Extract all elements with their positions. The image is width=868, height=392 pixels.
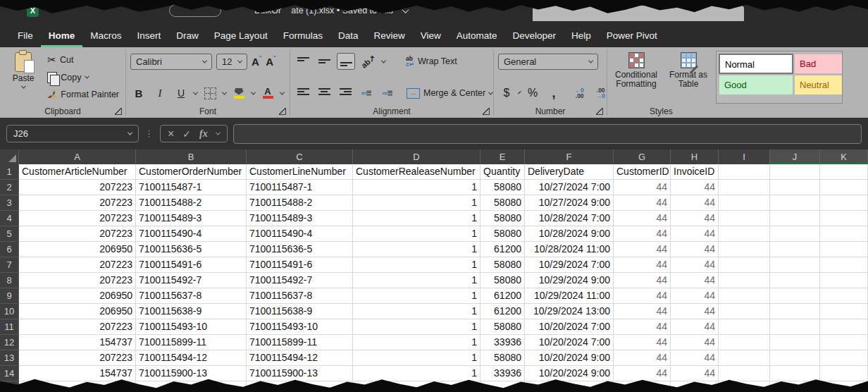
number-format-select[interactable]: General: [498, 54, 598, 70]
cell-A3[interactable]: 207223: [19, 195, 136, 211]
cell-G15[interactable]: [614, 381, 671, 392]
cell-F3[interactable]: 10/27/2024 9:00: [525, 195, 614, 211]
cell-F9[interactable]: 10/29/2024 11:00: [525, 288, 614, 304]
cell-F4[interactable]: 10/28/2024 7:00: [525, 211, 614, 226]
cell-B2[interactable]: 7100115487-1: [136, 180, 247, 195]
cell-I7[interactable]: [719, 257, 770, 273]
cell-I9[interactable]: [719, 288, 770, 304]
cell-C1[interactable]: CustomerLineNumber: [247, 164, 353, 180]
cell-F10[interactable]: 10/29/2024 13:00: [525, 304, 614, 319]
row-header-11[interactable]: 11: [0, 319, 19, 335]
cell-G2[interactable]: 44: [614, 180, 671, 195]
cut-button[interactable]: ✂ Cut: [45, 52, 121, 68]
fx-chevron-icon[interactable]: [216, 130, 221, 135]
cell-J3[interactable]: [770, 195, 820, 211]
cell-E2[interactable]: 58080: [480, 180, 525, 195]
cell-D14[interactable]: 1: [353, 366, 480, 381]
cell-A10[interactable]: 206950: [19, 304, 136, 319]
row-header-4[interactable]: 4: [0, 211, 19, 226]
tab-automate[interactable]: Automate: [449, 28, 505, 47]
cell-J12[interactable]: [770, 335, 820, 350]
cell-I5[interactable]: [719, 226, 770, 242]
format-as-table-button[interactable]: Format as Table: [666, 51, 710, 104]
row-header-3[interactable]: 3: [0, 195, 19, 211]
cell-J1[interactable]: [770, 164, 820, 180]
row-header-13[interactable]: 13: [0, 350, 19, 366]
cell-D7[interactable]: 1: [353, 257, 480, 273]
increase-font-size-button[interactable]: Aˆ: [252, 55, 261, 68]
cell-G1[interactable]: CustomerID: [614, 164, 671, 180]
cell-A12[interactable]: 154737: [19, 335, 136, 350]
cell-H7[interactable]: 44: [671, 257, 719, 273]
cell-K3[interactable]: [820, 195, 868, 211]
cell-K15[interactable]: [820, 381, 868, 392]
row-header-8[interactable]: 8: [0, 273, 19, 288]
cell-E10[interactable]: 61200: [480, 304, 525, 319]
align-right-button[interactable]: [337, 85, 354, 101]
column-header-I[interactable]: I: [719, 149, 770, 164]
cell-I15[interactable]: [719, 381, 770, 392]
cell-B10[interactable]: 7100115638-9: [136, 304, 247, 319]
cell-K12[interactable]: [820, 335, 868, 350]
borders-button[interactable]: [202, 85, 218, 101]
font-name-select[interactable]: Calibri: [130, 54, 212, 70]
cell-F12[interactable]: 10/20/2024 7:00: [525, 335, 614, 350]
decrease-indent-button[interactable]: ⇦☰: [358, 85, 375, 101]
cell-J13[interactable]: [770, 350, 820, 366]
align-middle-button[interactable]: [316, 54, 333, 69]
cell-J15[interactable]: [770, 381, 820, 392]
cell-A6[interactable]: 206950: [19, 242, 136, 257]
cell-D15[interactable]: [353, 381, 480, 392]
cell-K5[interactable]: [820, 226, 868, 242]
font-color-chevron-icon[interactable]: [280, 90, 285, 94]
cell-E9[interactable]: 61200: [480, 288, 525, 304]
cell-B9[interactable]: 7100115637-8: [136, 288, 247, 304]
cell-D3[interactable]: 1: [353, 195, 480, 211]
cell-H12[interactable]: 44: [671, 335, 719, 350]
cell-J14[interactable]: [770, 366, 820, 381]
cell-F13[interactable]: 10/20/2024 9:00: [525, 350, 614, 366]
cancel-button[interactable]: ×: [168, 128, 174, 140]
italic-button[interactable]: I: [151, 85, 168, 101]
cell-D12[interactable]: 1: [353, 335, 480, 350]
cell-G10[interactable]: 44: [614, 304, 671, 319]
cell-G12[interactable]: 44: [614, 335, 671, 350]
cell-C12[interactable]: 7100115899-11: [247, 335, 353, 350]
align-top-button[interactable]: [294, 54, 311, 69]
tab-draw[interactable]: Draw: [168, 28, 206, 47]
style-chip-good[interactable]: Good: [719, 75, 793, 94]
tab-data[interactable]: Data: [330, 28, 366, 47]
cell-I12[interactable]: [719, 335, 770, 350]
cell-H13[interactable]: 44: [671, 350, 719, 366]
cell-D11[interactable]: 1: [353, 319, 480, 335]
cell-B11[interactable]: 7100115493-10: [136, 319, 247, 335]
row-header-6[interactable]: 6: [0, 242, 19, 257]
name-box[interactable]: J26: [6, 125, 139, 142]
cell-K9[interactable]: [820, 288, 868, 304]
decrease-decimal-button[interactable]: .00→0: [592, 85, 609, 101]
cell-I3[interactable]: [719, 195, 770, 211]
cell-C10[interactable]: 7100115638-9: [247, 304, 353, 319]
cell-G7[interactable]: 44: [614, 257, 671, 273]
cell-B5[interactable]: 7100115490-4: [136, 226, 247, 242]
column-header-E[interactable]: E: [480, 149, 525, 164]
cell-J2[interactable]: [770, 180, 820, 195]
cell-G9[interactable]: 44: [614, 288, 671, 304]
cell-B8[interactable]: 7100115492-7: [136, 273, 247, 288]
fill-color-chevron-icon[interactable]: [251, 90, 256, 94]
cell-B14[interactable]: 7100115900-13: [136, 366, 247, 381]
insert-function-button[interactable]: fx: [199, 128, 208, 140]
cell-J4[interactable]: [770, 211, 820, 226]
cell-C11[interactable]: 7100115493-10: [247, 319, 353, 335]
cell-C5[interactable]: 7100115490-4: [247, 226, 353, 242]
cell-E11[interactable]: 58080: [480, 319, 525, 335]
cell-E3[interactable]: 58080: [480, 195, 525, 211]
column-header-F[interactable]: F: [525, 149, 614, 164]
select-all-button[interactable]: [0, 149, 19, 164]
cell-H1[interactable]: InvoiceID: [671, 164, 719, 180]
tab-file[interactable]: File: [10, 28, 41, 47]
column-header-B[interactable]: B: [136, 149, 247, 164]
bold-button[interactable]: B: [130, 85, 147, 101]
cell-A15[interactable]: [19, 381, 136, 392]
cell-C3[interactable]: 7100115488-2: [247, 195, 353, 211]
